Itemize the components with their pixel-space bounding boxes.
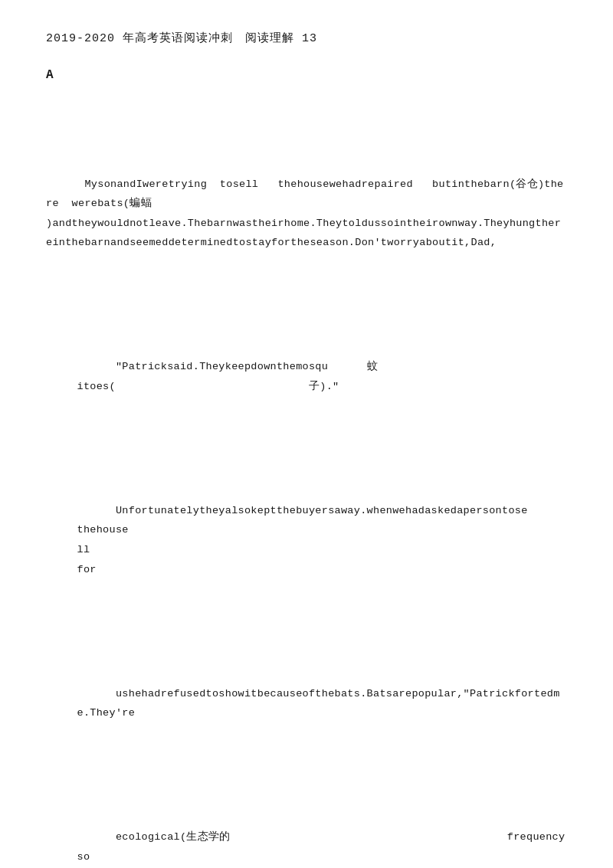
page-title: 2019-2020 年高考英语阅读冲刺 阅读理解 13 [46,31,567,45]
text-p1: MysonandIweretrying tosell thehousewehad… [46,179,564,249]
paragraph-4: ushehadrefusedtoshowitbecauseofthebats.B… [46,664,567,743]
section-label: A [46,68,567,82]
content-area: MysonandIweretrying tosell thehousewehad… [46,97,567,868]
page-container: 2019-2020 年高考英语阅读冲刺 阅读理解 13 A MysonandIw… [46,31,567,868]
text-p5: ecological(生态学的 frequencyso )."Isn'tther… [77,831,567,868]
text-p4: ushehadrefusedtoshowitbecauseofthebats.B… [77,688,560,719]
paragraph-5: ecological(生态学的 frequencyso )."Isn'tther… [46,807,567,868]
paragraph-2: "Patricksaid.Theykeepdownthemosqu 蚊 itoe… [46,338,567,417]
text-p2: "Patricksaid.Theykeepdownthemosqu 蚊 itoe… [77,361,378,392]
paragraph-1: MysonandIweretrying tosell thehousewehad… [46,155,567,273]
paragraph-3: Unfortunatelytheyalsokeptthebuyersaway.w… [46,481,567,599]
text-p3: Unfortunatelytheyalsokeptthebuyersaway.w… [77,505,586,575]
